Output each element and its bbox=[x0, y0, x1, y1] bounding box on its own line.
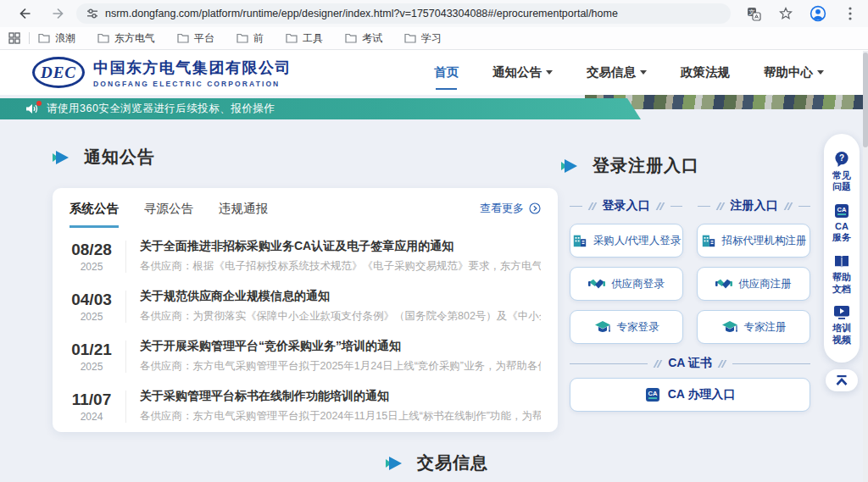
company-name-en: DONGFANG ELECTRIC CORPORATION bbox=[93, 80, 292, 88]
notice-title: 关于采购管理平台标书在线制作功能培训的通知 bbox=[140, 389, 541, 404]
supplier-register-button[interactable]: 供应商注册 bbox=[697, 267, 810, 301]
notice-row[interactable]: 11/072024 关于采购管理平台标书在线制作功能培训的通知各供应商：东方电气… bbox=[66, 381, 541, 431]
notice-title: 关于全面推进非招标采购业务CA认证及电子签章应用的通知 bbox=[140, 239, 541, 254]
notification-dot bbox=[36, 101, 42, 106]
page-scrollbar[interactable] bbox=[863, 51, 868, 482]
svg-text:CA: CA bbox=[648, 390, 657, 397]
bookmark-folder[interactable]: 学习 bbox=[404, 31, 442, 46]
notice-desc: 各供应商：东方电气采购管理平台拟于2024年11月15日上线“标书在线制作”功能… bbox=[140, 409, 541, 424]
back-to-top-button[interactable] bbox=[826, 369, 858, 391]
profile-avatar-icon[interactable] bbox=[807, 3, 829, 25]
divider bbox=[125, 241, 126, 273]
notice-date: 08/28 bbox=[66, 241, 117, 259]
bookmark-folder[interactable]: 东方电气 bbox=[97, 31, 155, 46]
help-docs-shortcut[interactable]: 帮助文档 bbox=[832, 254, 851, 296]
address-bar[interactable]: nsrm.dongfang.com/platform/runtime/epp/d… bbox=[76, 3, 731, 24]
login-section-title: 登录注册入口 bbox=[561, 154, 699, 177]
notice-row[interactable]: 04/032025 关于规范供应商企业规模信息的通知各供应商：为贯彻落实《保障中… bbox=[66, 281, 541, 331]
handshake-icon bbox=[588, 278, 605, 291]
trade-section-title: 交易信息 bbox=[386, 452, 488, 474]
browser-window: nsrm.dongfang.com/platform/runtime/epp/d… bbox=[0, 0, 868, 482]
apps-grid-icon[interactable] bbox=[8, 32, 20, 44]
bookmark-folder[interactable]: 考试 bbox=[345, 31, 382, 46]
nav-home[interactable]: 首页 bbox=[434, 61, 459, 84]
menu-dots-icon[interactable] bbox=[839, 3, 861, 25]
video-icon bbox=[833, 305, 850, 320]
bookmark-folder[interactable]: 平台 bbox=[177, 31, 214, 46]
tab-sourcing-notices[interactable]: 寻源公告 bbox=[144, 201, 193, 225]
speaker-icon bbox=[25, 103, 38, 114]
company-name-cn: 中国东方电气集团有限公司 bbox=[93, 58, 292, 78]
book-icon bbox=[833, 254, 850, 269]
floating-toolbar: ? 常见问题 CA CA服务 帮助文档 培训视频 bbox=[824, 134, 860, 363]
bookmarks-bar: 浪潮 东方电气 平台 前 工具 考试 学习 bbox=[0, 27, 868, 50]
login-entry-header: 登录入口 bbox=[570, 198, 682, 213]
browser-notice-ticker: 请使用360安全浏览器进行后续投标、报价操作 bbox=[0, 98, 641, 119]
graduation-cap-icon bbox=[594, 320, 611, 335]
notice-row[interactable]: 01/212025 关于开展采购管理平台“竞价采购业务”培训的通知各供应商：东方… bbox=[66, 331, 541, 381]
register-entry-header: 注册入口 bbox=[698, 198, 810, 213]
expert-login-button[interactable]: 专家登录 bbox=[570, 310, 683, 344]
notice-year: 2025 bbox=[66, 261, 117, 273]
chevron-down-icon bbox=[817, 70, 824, 75]
bookmark-folder[interactable]: 浪潮 bbox=[38, 31, 75, 46]
nav-help-center[interactable]: 帮助中心 bbox=[764, 61, 824, 84]
nav-policies[interactable]: 政策法规 bbox=[681, 61, 730, 84]
notice-year: 2024 bbox=[66, 411, 117, 423]
section-arrow-icon bbox=[53, 150, 71, 165]
notice-year: 2025 bbox=[66, 361, 117, 373]
ca-badge-icon: CA bbox=[834, 203, 849, 219]
buyer-agent-login-button[interactable]: 采购人/代理人登录 bbox=[570, 224, 683, 258]
notice-list: 08/282025 关于全面推进非招标采购业务CA认证及电子签章应用的通知各供应… bbox=[53, 228, 558, 431]
translate-icon[interactable]: 文 bbox=[743, 3, 765, 25]
ticker-text: 请使用360安全浏览器进行后续投标、报价操作 bbox=[47, 102, 275, 116]
notice-row[interactable]: 08/282025 关于全面推进非招标采购业务CA认证及电子签章应用的通知各供应… bbox=[66, 231, 541, 281]
notice-section-title: 通知公告 bbox=[53, 146, 155, 169]
bookmarks-divider bbox=[29, 32, 30, 44]
bidding-agency-register-button[interactable]: 招标代理机构注册 bbox=[697, 224, 810, 258]
supplier-login-button[interactable]: 供应商登录 bbox=[570, 267, 683, 301]
building-icon bbox=[572, 233, 587, 248]
notice-year: 2025 bbox=[66, 311, 117, 323]
svg-text:?: ? bbox=[839, 153, 844, 163]
nav-notices[interactable]: 通知公告 bbox=[492, 61, 553, 84]
forward-icon[interactable] bbox=[47, 3, 70, 25]
company-logo[interactable]: DEC 中国东方电气集团有限公司 DONGFANG ELECTRIC CORPO… bbox=[32, 57, 292, 88]
bookmark-folder[interactable]: 工具 bbox=[286, 31, 323, 46]
divider bbox=[125, 341, 126, 373]
notice-date: 11/07 bbox=[66, 391, 117, 409]
training-videos-shortcut[interactable]: 培训视频 bbox=[832, 305, 851, 346]
section-arrow-icon bbox=[386, 456, 404, 471]
expert-register-button[interactable]: 专家注册 bbox=[697, 310, 810, 344]
site-header: DEC 中国东方电气集团有限公司 DONGFANG ELECTRIC CORPO… bbox=[0, 50, 868, 95]
url-text: nsrm.dongfang.com/platform/runtime/epp/d… bbox=[105, 8, 618, 19]
site-settings-icon[interactable] bbox=[86, 8, 98, 19]
ca-badge-icon: CA bbox=[645, 387, 660, 402]
notice-desc: 各供应商：根据《电子招标投标系统技术规范》《电子采购交易规范》要求，东方电气采购… bbox=[140, 259, 541, 274]
entry-buttons-grid: 采购人/代理人登录 招标代理机构注册 供应商登录 供应商注册 专家登录 专家注册 bbox=[570, 224, 810, 344]
browser-toolbar: nsrm.dongfang.com/platform/runtime/epp/d… bbox=[0, 0, 868, 27]
graduation-cap-icon bbox=[721, 320, 738, 335]
back-icon[interactable] bbox=[14, 3, 36, 25]
dec-logo-icon: DEC bbox=[32, 57, 85, 88]
divider bbox=[125, 291, 126, 323]
ca-apply-button[interactable]: CA CA 办理入口 bbox=[570, 378, 810, 412]
faq-shortcut[interactable]: ? 常见问题 bbox=[832, 151, 851, 194]
nav-trade-info[interactable]: 交易信息 bbox=[587, 61, 647, 84]
notice-card: 系统公告 寻源公告 违规通报 查看更多 08/282025 关于全面推进非招标采… bbox=[53, 188, 558, 432]
notice-date: 04/03 bbox=[66, 291, 117, 309]
ca-cert-header: CA 证书 bbox=[570, 356, 810, 371]
scrollbar-thumb[interactable] bbox=[863, 53, 868, 147]
bookmark-star-icon[interactable] bbox=[775, 3, 797, 25]
view-more-link[interactable]: 查看更多 bbox=[480, 201, 541, 216]
section-title-text: 交易信息 bbox=[417, 452, 488, 474]
notice-title: 关于规范供应商企业规模信息的通知 bbox=[140, 289, 541, 304]
ca-service-shortcut[interactable]: CA CA服务 bbox=[832, 203, 851, 245]
section-title-text: 通知公告 bbox=[84, 146, 155, 169]
circle-arrow-icon bbox=[529, 202, 541, 214]
tab-violation-reports[interactable]: 违规通报 bbox=[219, 201, 268, 225]
bookmark-folder[interactable]: 前 bbox=[236, 31, 264, 46]
handshake-icon bbox=[715, 278, 732, 291]
notice-tabs: 系统公告 寻源公告 违规通报 查看更多 bbox=[53, 188, 558, 228]
tab-system-notices[interactable]: 系统公告 bbox=[70, 201, 119, 228]
